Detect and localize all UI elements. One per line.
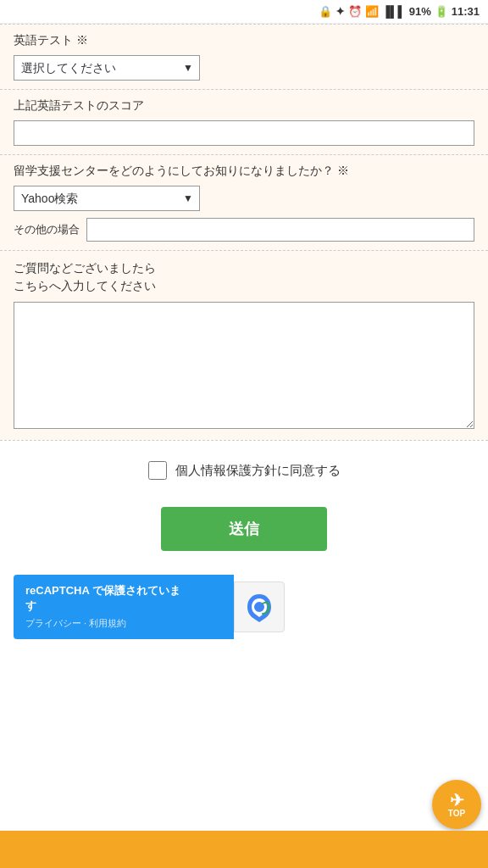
checkbox-section: 個人情報保護方針に同意する <box>0 440 488 493</box>
status-bar: 🔒 ✦ ⏰ 📶 ▐▌▌ 91% 🔋 11:31 <box>0 0 488 24</box>
how-hear-section: 留学支援センターをどのようにしてお知りになりましたか？ ※ Yahoo検索 Go… <box>0 154 488 250</box>
wifi-icon: 📶 <box>365 5 379 18</box>
top-button[interactable]: ✈ TOP <box>432 780 481 829</box>
comment-textarea[interactable] <box>14 302 474 429</box>
top-label: TOP <box>448 809 465 818</box>
lock-icon: 🔒 <box>319 5 332 18</box>
other-input[interactable] <box>86 218 474 242</box>
recaptcha-box: reCAPTCHA で保護されています プライバシー · 利用規約 <box>14 575 234 639</box>
how-hear-label: 留学支援センターをどのようにしてお知りになりましたか？ ※ <box>14 164 474 179</box>
how-hear-select-wrapper[interactable]: Yahoo検索 Google検索 SNS 友人・知人の紹介 その他 ▼ <box>14 186 200 211</box>
comment-section: ご質問などございましたら こちらへ入力してください <box>0 250 488 440</box>
top-button-container: ✈ TOP <box>432 780 481 829</box>
english-test-select[interactable]: 選択してください TOEIC TOEFL IELTS 英検 その他 <box>14 55 200 81</box>
recaptcha-title: reCAPTCHA で保護されています <box>25 583 222 614</box>
bottom-bar <box>0 831 488 868</box>
alarm-icon: ⏰ <box>348 5 362 18</box>
recaptcha-section: reCAPTCHA で保護されています プライバシー · 利用規約 <box>0 565 488 649</box>
time-display: 11:31 <box>452 5 480 18</box>
recaptcha-links[interactable]: プライバシー · 利用規約 <box>25 617 222 630</box>
submit-button[interactable]: 送信 <box>161 507 327 551</box>
privacy-checkbox[interactable] <box>148 461 167 480</box>
score-input[interactable] <box>14 120 474 146</box>
other-label: その他の場合 <box>14 222 80 237</box>
recaptcha-logo <box>234 581 285 632</box>
battery-icon: 🔋 <box>435 5 448 18</box>
bluetooth-icon: ✦ <box>336 5 345 18</box>
plane-icon: ✈ <box>450 792 464 809</box>
english-test-section: 英語テスト ※ 選択してください TOEIC TOEFL IELTS 英検 その… <box>0 24 488 89</box>
privacy-label[interactable]: 個人情報保護方針に同意する <box>175 463 341 479</box>
score-section: 上記英語テストのスコア <box>0 89 488 154</box>
submit-section: 送信 <box>0 493 488 565</box>
battery-percentage: 91% <box>409 5 431 18</box>
english-test-label: 英語テスト ※ <box>14 33 474 48</box>
signal-icon: ▐▌▌ <box>382 5 406 18</box>
other-row: その他の場合 <box>14 218 474 242</box>
score-label: 上記英語テストのスコア <box>14 98 474 114</box>
how-hear-select[interactable]: Yahoo検索 Google検索 SNS 友人・知人の紹介 その他 <box>14 186 200 211</box>
comment-label: ご質問などございましたら こちらへ入力してください <box>14 259 474 295</box>
status-icons: 🔒 ✦ ⏰ 📶 ▐▌▌ 91% 🔋 11:31 <box>319 5 480 18</box>
recaptcha-icon <box>244 592 274 622</box>
form-container: 英語テスト ※ 選択してください TOEIC TOEFL IELTS 英検 その… <box>0 24 488 649</box>
english-test-select-wrapper[interactable]: 選択してください TOEIC TOEFL IELTS 英検 その他 ▼ <box>14 55 200 81</box>
